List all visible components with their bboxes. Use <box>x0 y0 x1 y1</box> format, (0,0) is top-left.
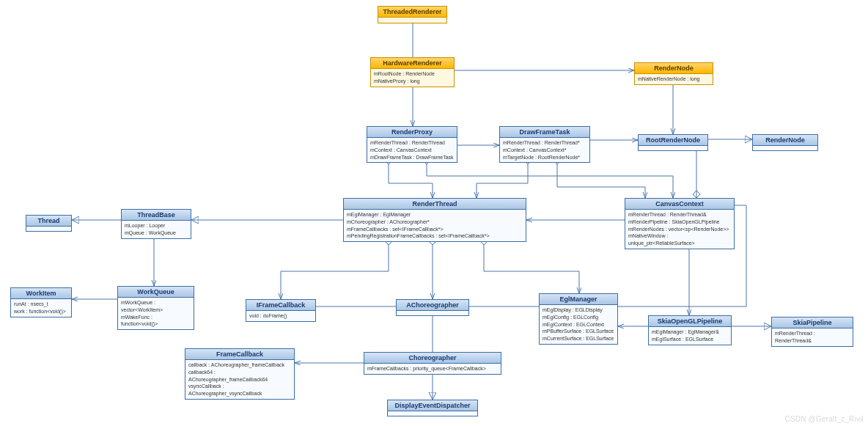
class-render-proxy: RenderProxy mRenderThread : RenderThread… <box>367 126 457 163</box>
class-title: RenderNode <box>753 135 817 146</box>
class-title: RenderNode <box>635 63 713 74</box>
class-title: Thread <box>26 216 71 227</box>
class-title: RootRenderNode <box>639 135 707 146</box>
class-title: WorkQueue <box>118 287 194 298</box>
class-choreographer: Choreographer mFrameCallbacks : priority… <box>364 352 501 375</box>
class-title: RenderThread <box>344 199 526 210</box>
watermark: CSDN @Geralt_z_Rivii <box>784 415 864 423</box>
class-hardware-renderer: HardwareRenderer mRootNode : RenderNode … <box>370 57 455 87</box>
class-frame-callback: FrameCallback callback : AChoreographer_… <box>185 348 295 400</box>
class-title: AChoreographer <box>397 300 468 311</box>
class-title: ThreadedRenderer <box>378 7 446 18</box>
class-work-item: WorkItem runAt : nsecs_t work : function… <box>10 287 72 317</box>
class-thread-base: ThreadBase mLooper : Looper mQueue : Wor… <box>121 209 191 239</box>
class-render-thread: RenderThread mEglManager : EglManager mC… <box>343 198 526 242</box>
class-title: Choreographer <box>364 353 501 364</box>
class-display-event-dispatcher: DisplayEventDispatcher <box>387 400 478 416</box>
class-title: SkiaOpenGLPipeline <box>649 316 731 327</box>
class-root-render-node: RootRenderNode <box>638 134 708 151</box>
class-title: WorkItem <box>11 288 71 299</box>
class-draw-frame-task: DrawFrameTask mRenderThread : RenderThre… <box>499 126 590 163</box>
class-title: FrameCallback <box>185 349 294 360</box>
class-title: ThreadBase <box>122 210 191 221</box>
class-title: DisplayEventDispatcher <box>388 400 477 411</box>
class-skia-opengl-pipeline: SkiaOpenGLPipeline mEglManager : EglMana… <box>648 315 732 345</box>
class-skia-pipeline: SkiaPipeline mRenderThread : RenderThrea… <box>771 317 853 347</box>
class-iframe-callback: IFrameCallback void : doFrame() <box>246 299 316 322</box>
class-title: RenderProxy <box>367 127 457 138</box>
class-title: HardwareRenderer <box>371 58 454 69</box>
class-title: EglManager <box>540 294 617 305</box>
class-render-node-1: RenderNode mNativeRenderNode : long <box>634 62 713 85</box>
class-threaded-renderer: ThreadedRenderer <box>378 6 447 23</box>
class-work-queue: WorkQueue mWorkQueue : vector<WorkItem> … <box>117 286 194 330</box>
class-render-node-2: RenderNode <box>752 134 818 151</box>
class-title: SkiaPipeline <box>772 317 853 328</box>
class-title: IFrameCallback <box>246 300 315 311</box>
class-title: CanvasContext <box>625 199 734 210</box>
class-title: DrawFrameTask <box>500 127 589 138</box>
class-thread: Thread <box>26 215 72 232</box>
class-canvas-context: CanvasContext mRenderThread : RenderThre… <box>625 198 735 249</box>
class-egl-manager: EglManager mEglDisplay : EGLDisplay mEgl… <box>539 293 618 345</box>
class-a-choreographer: AChoreographer <box>396 299 469 316</box>
